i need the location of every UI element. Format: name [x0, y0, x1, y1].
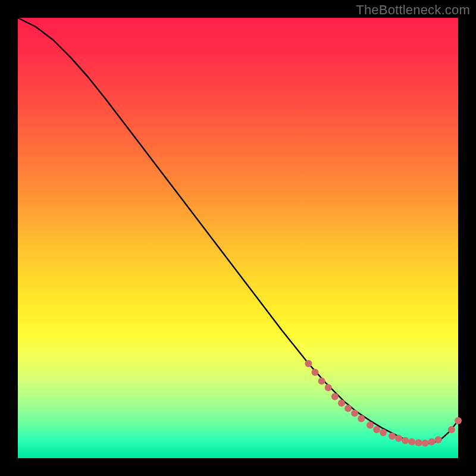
data-marker: [318, 378, 325, 385]
data-marker: [373, 426, 380, 433]
data-marker: [351, 410, 358, 417]
data-marker: [435, 436, 442, 443]
data-marker: [408, 439, 415, 446]
bottleneck-curve: [18, 18, 458, 444]
data-marker: [312, 369, 319, 376]
data-marker: [455, 417, 462, 424]
data-marker: [415, 439, 422, 446]
data-marker: [305, 360, 312, 367]
data-marker: [345, 405, 352, 412]
data-marker: [389, 433, 396, 440]
data-marker: [358, 415, 365, 422]
data-marker: [428, 439, 436, 446]
chart-svg: [18, 18, 458, 458]
data-marker: [448, 426, 455, 433]
plot-area: [18, 18, 458, 458]
data-marker: [395, 435, 402, 442]
chart-frame: TheBottleneck.com: [0, 0, 476, 476]
watermark-text: TheBottleneck.com: [356, 2, 470, 18]
data-marker: [325, 384, 332, 392]
data-marker: [380, 429, 387, 436]
marker-group: [305, 360, 462, 447]
data-marker: [338, 400, 345, 407]
data-marker: [331, 393, 339, 400]
data-marker: [422, 440, 429, 447]
data-marker: [402, 437, 409, 444]
data-marker: [367, 422, 374, 429]
